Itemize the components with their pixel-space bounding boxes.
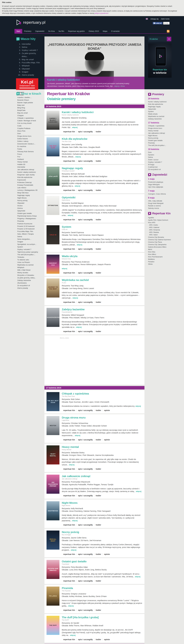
premiery-item[interactable]: Optymistki [148, 108, 172, 110]
now-list-item[interactable]: Dzikie z natury [17, 140, 42, 142]
premiery-item[interactable]: Wada ukryta [148, 113, 172, 115]
movie-poster[interactable]: PIR▲MIDA [47, 586, 59, 606]
premiery-item[interactable]: Wędrówka na zachód [148, 115, 172, 118]
now-list-item[interactable]: Focus [17, 153, 42, 156]
hit-list-item[interactable]: 2.Selma [17, 46, 42, 49]
now-list-item[interactable]: Gottland [17, 158, 42, 160]
movie-title-link[interactable]: Jak całkowicie zniknąć [62, 475, 142, 478]
nav-item[interactable]: Oskary 2015 [87, 29, 101, 33]
movie-poster[interactable]: JOURNEY TO THE WEST [47, 278, 59, 298]
now-list-item[interactable]: Wędrówka na zachód [17, 264, 42, 266]
movie-more-link[interactable]: więcej [72, 520, 77, 522]
premiery-item[interactable]: Nocny pościg [148, 137, 172, 139]
movie-action-link[interactable]: opis i szczegóły [76, 553, 94, 555]
now-list-item[interactable]: Pszczółka Maja. Film [17, 230, 42, 233]
now-list-item[interactable]: Biały cień [17, 104, 42, 106]
movie-poster[interactable]: KARSKI I WŁADCY LUDZKOŚCI [47, 111, 59, 130]
hit-list-item[interactable]: 1.Interstellar [17, 42, 42, 46]
movie-action-link[interactable]: trailer [94, 409, 103, 412]
premiery-item[interactable]: Ostatni gasi światło [148, 139, 172, 142]
now-list-item[interactable]: Seks, Miłość I Terapia [17, 233, 42, 235]
hit-list-item[interactable]: 7.Whiplash [17, 64, 42, 67]
now-list-item[interactable]: Timbuktu [17, 256, 42, 258]
now-list-item[interactable]: System [17, 246, 42, 248]
premiery-item[interactable]: Svein i szczur [148, 158, 172, 161]
premiery-item[interactable]: Heavy mental [148, 130, 172, 132]
premiery-item[interactable]: Druga strona muru [148, 127, 172, 130]
now-list-item[interactable]: Piramida [17, 220, 42, 222]
now-list-item[interactable]: Fanka [17, 148, 42, 150]
now-list-item[interactable]: Bling Ring [17, 106, 42, 109]
movie-action-link[interactable]: trailer [94, 580, 103, 582]
movie-action-link[interactable]: opis i szczegóły [76, 468, 94, 470]
now-list-item[interactable]: Klub dla wybrańców [17, 176, 42, 179]
now-list-item[interactable]: Chłopak z sąsiedztwa [17, 117, 42, 120]
movie-more-link[interactable]: więcej [70, 634, 76, 636]
movie-action-link[interactable]: opis i szczegóły [76, 330, 94, 332]
premiery-item[interactable]: Ze wszystkich sił [148, 168, 172, 171]
cinema-item[interactable]: Galeria Bronowice Mikro [148, 246, 172, 248]
now-list-item[interactable]: Poranki 12:00 kwiecień [17, 228, 42, 230]
movie-title-link[interactable]: The duff [#ta brzydka i gruba] [62, 616, 142, 619]
now-list-item[interactable]: Ziarno prawdy [17, 287, 42, 290]
zapowiedzi-item[interactable]: Drugi Hotel Marigold [148, 202, 172, 204]
movie-title-link[interactable]: Ostatni gasi światło [62, 560, 142, 563]
movie-action-link[interactable]: opis i szczegóły [76, 160, 94, 162]
now-list-item[interactable]: Snajper [17, 240, 42, 243]
zapowiedzi-item[interactable]: Avengers: Czas Ultrona [148, 193, 172, 195]
cinema-item[interactable]: Cinema City Plaza [148, 241, 172, 243]
cinema-item[interactable]: Kino Pod Baranami [148, 256, 172, 258]
city-dropdown-button[interactable]: ▾ [167, 37, 171, 41]
now-list-item[interactable]: Królestwo Zwierząt [17, 181, 42, 184]
movie-action-link[interactable]: repertuar kin [62, 330, 76, 332]
now-list-item[interactable]: Nocny pościg [17, 199, 42, 202]
premiery-item[interactable]: Zabójcy bażantów [148, 118, 172, 120]
cinema-item[interactable]: Kino Kika [148, 251, 172, 253]
cinema-item[interactable]: Cinema City Bonarka [148, 236, 172, 238]
movie-title-link[interactable]: Piramida [62, 586, 142, 590]
now-list-item[interactable]: Dzikie historie [17, 138, 42, 140]
now-list-item[interactable]: Cobain: Montage of heck [17, 120, 42, 122]
cinema-item[interactable]: Paradox [148, 260, 172, 263]
movie-action-link[interactable]: opis i szczegóły [76, 580, 94, 582]
now-list-item[interactable]: Pięćdziesiąt twarzy Greya [17, 215, 42, 217]
movie-more-link[interactable]: więcej [75, 185, 80, 187]
movie-poster[interactable]: THE DUFF [47, 616, 59, 635]
now-list-item[interactable]: Za jakie grzechy, dobry... [17, 276, 42, 279]
zapowiedzi-item[interactable]: Alfie, mały wilkołak [148, 200, 172, 202]
movie-action-link[interactable]: repertuar kin [62, 524, 76, 526]
now-list-item[interactable]: Wszystko o Człowieku [17, 274, 42, 276]
movie-action-link[interactable]: repertuar kin [62, 553, 76, 555]
now-list-item[interactable]: Lemury z Madagaskaru 3D [17, 189, 42, 192]
cinema-item[interactable]: Apollo Film: Kijów.Centrum [148, 219, 172, 221]
movie-action-link[interactable]: opis i szczegóły [76, 409, 94, 412]
movie-action-link[interactable]: trailer [94, 189, 103, 191]
cinema-item[interactable]: Cinema City Galeria Kazimierz [148, 238, 172, 241]
now-list-item[interactable]: Whiplash [17, 266, 42, 269]
movie-more-link[interactable]: więcej [135, 405, 141, 407]
now-list-item[interactable]: Wilk z Wall Street [17, 269, 42, 272]
movie-poster[interactable]: THE BOY NEXT DOOR [47, 392, 59, 411]
nav-item[interactable]: Repertuar wg godzin [66, 29, 87, 33]
banner-movie-title[interactable]: Karski i władcy ludzkości [47, 78, 142, 81]
now-list-item[interactable]: Bóg nie umarł [17, 112, 42, 114]
site-logo[interactable]: repertuary.pl [16, 20, 45, 25]
now-list-item[interactable]: Ostatni gasi światło [17, 212, 42, 215]
now-list-item[interactable]: Oculus [17, 204, 42, 207]
movie-action-link[interactable]: opinie [103, 638, 111, 640]
kei-ad-banner[interactable]: Kei.pl Dedykowane Tobie [16, 78, 38, 90]
movie-title-link[interactable]: Druga strona muru [62, 416, 142, 419]
movie-action-link[interactable]: trailer [94, 609, 103, 611]
movie-action-link[interactable]: trailer [94, 494, 103, 497]
movie-poster[interactable]: FASANDRÆBERNE [47, 308, 59, 327]
movie-more-link[interactable]: więcej [136, 490, 141, 492]
movie-action-link[interactable]: trailer [94, 468, 103, 470]
movie-action-link[interactable]: opis i szczegóły [76, 494, 94, 497]
premiery-item[interactable]: Chłopak z sąsiedztwa [148, 124, 172, 127]
now-list-item[interactable]: Optymistki [17, 210, 42, 212]
premiery-item[interactable]: Jak całkowicie zniknąć [148, 132, 172, 134]
nav-item[interactable]: Premiery [22, 29, 33, 33]
movie-action-link[interactable]: repertuar kin [62, 438, 76, 441]
privacy-policy-link[interactable]: polityce prywatności [95, 12, 108, 14]
movie-title-link[interactable]: Karski i władcy ludzkości [62, 111, 142, 114]
